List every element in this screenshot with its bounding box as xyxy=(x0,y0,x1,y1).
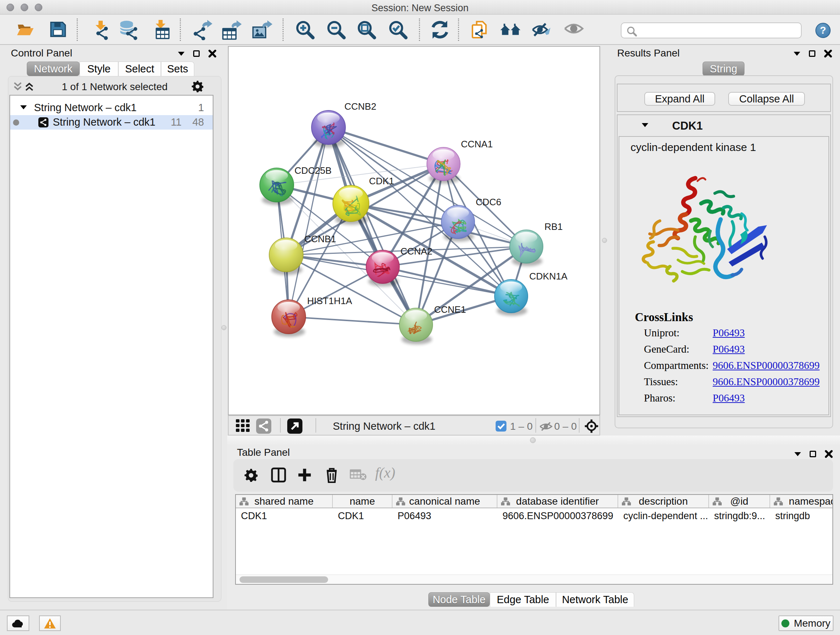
show-columns-icon[interactable] xyxy=(271,467,286,483)
search-input[interactable] xyxy=(621,22,802,38)
network-options-gear-icon[interactable] xyxy=(192,81,203,92)
column-header-namespace[interactable]: namespace xyxy=(770,495,833,508)
results-tab-string[interactable]: String xyxy=(703,62,745,76)
export-image-icon[interactable] xyxy=(252,20,273,40)
node-CCNE1[interactable]: CCNE1 xyxy=(399,304,466,344)
memory-button[interactable]: Memory xyxy=(778,616,834,631)
table-cell[interactable]: P06493 xyxy=(393,509,497,523)
open-in-window-icon[interactable] xyxy=(287,418,302,434)
crosslink-link[interactable]: 9606.ENSP00000378699 xyxy=(713,357,820,374)
network-row-selected[interactable]: String Network – cdk1 11 48 xyxy=(10,115,213,130)
table-cell[interactable]: 9606.ENSP00000378699 xyxy=(497,509,618,523)
gene-header-row[interactable]: CDK1 xyxy=(617,115,830,136)
table-horizontal-scrollbar[interactable] xyxy=(236,575,832,584)
table-cell[interactable]: CDK1 xyxy=(236,509,333,523)
import-table-icon[interactable] xyxy=(151,20,171,40)
collapse-all-button[interactable]: Collapse All xyxy=(728,92,805,106)
add-column-icon[interactable] xyxy=(297,467,312,483)
cloud-button[interactable] xyxy=(7,616,29,631)
help-button[interactable]: ? xyxy=(815,23,831,38)
edge-HIST1H1A-CCNE1[interactable] xyxy=(289,317,416,325)
fit-content-crosshair-icon[interactable] xyxy=(584,418,599,434)
zoom-out-icon[interactable] xyxy=(326,20,347,40)
table-row[interactable]: CDK1CDK1P064939606.ENSP00000378699cyclin… xyxy=(236,509,833,523)
control-panel-menu-icon[interactable] xyxy=(178,52,185,56)
zoom-in-icon[interactable] xyxy=(295,20,316,40)
edge-CCNB2-CCNA1[interactable] xyxy=(328,127,444,164)
results-panel-float-icon[interactable] xyxy=(809,50,815,57)
cloud-icon xyxy=(11,619,25,628)
node-CCNA1[interactable]: CCNA1 xyxy=(427,139,493,184)
table-panel-close-icon[interactable] xyxy=(825,450,833,458)
crosslink-link[interactable]: P06493 xyxy=(713,325,745,341)
import-database-icon[interactable] xyxy=(118,20,140,40)
expand-all-button[interactable]: Expand All xyxy=(644,92,715,106)
results-panel-close-icon[interactable] xyxy=(824,50,832,57)
table-cell[interactable]: cyclin-dependent ... xyxy=(618,509,709,523)
table-panel-float-icon[interactable] xyxy=(810,451,816,457)
open-session-icon[interactable] xyxy=(16,20,35,39)
network-selected-label: 1 of 1 Network selected xyxy=(8,81,221,93)
import-network-icon[interactable] xyxy=(90,20,111,40)
network-collection-row[interactable]: String Network – cdk1 1 xyxy=(10,101,213,115)
scrollbar-thumb[interactable] xyxy=(240,576,328,583)
edge-CDK1-RB1[interactable] xyxy=(351,203,526,247)
zoom-selected-icon[interactable] xyxy=(388,20,409,40)
edge-CCNB2-HIST1H1A[interactable] xyxy=(289,127,328,317)
control-panel-tabs: NetworkStyleSelectSets xyxy=(27,62,194,76)
node-label-CCNB2: CCNB2 xyxy=(344,101,376,112)
crosslink-link[interactable]: P06493 xyxy=(713,341,745,357)
table-options-gear-icon[interactable] xyxy=(245,469,257,482)
warnings-button[interactable] xyxy=(39,616,61,631)
table-cell[interactable]: CDK1 xyxy=(333,509,393,523)
network-view-title: String Network – cdk1 xyxy=(333,420,436,432)
tab-network-table[interactable]: Network Table xyxy=(556,592,634,607)
vertical-splitter-grip-right[interactable] xyxy=(602,238,607,243)
export-network-icon[interactable] xyxy=(192,20,212,40)
tab-network[interactable]: Network xyxy=(27,62,80,76)
node-label-HIST1H1A: HIST1H1A xyxy=(307,295,352,306)
node-RB1[interactable]: RB1 xyxy=(510,221,563,266)
node-HIST1H1A[interactable]: HIST1H1A xyxy=(272,295,352,337)
toolbar-separator xyxy=(77,19,78,41)
selected-checkbox-icon[interactable] xyxy=(496,421,507,432)
control-panel-float-icon[interactable] xyxy=(193,50,200,57)
tab-select[interactable]: Select xyxy=(118,62,161,76)
export-table-icon[interactable] xyxy=(221,20,242,40)
collection-expander-icon[interactable] xyxy=(20,105,27,109)
column-header-@id[interactable]: @id xyxy=(709,495,770,508)
column-header-canonical-name[interactable]: canonical name xyxy=(393,495,497,508)
column-header-description[interactable]: description xyxy=(618,495,709,508)
tab-sets[interactable]: Sets xyxy=(161,62,194,76)
home-layout-icon[interactable] xyxy=(500,20,522,39)
save-session-icon[interactable] xyxy=(49,20,67,39)
gene-expander-icon[interactable] xyxy=(642,123,648,127)
results-panel-menu-icon[interactable] xyxy=(794,52,800,56)
zoom-fit-icon[interactable] xyxy=(357,20,377,40)
delete-column-icon[interactable] xyxy=(325,467,339,483)
crosslink-link[interactable]: P06493 xyxy=(713,390,745,406)
column-header-shared-name[interactable]: shared name xyxy=(236,495,333,508)
clone-network-icon[interactable] xyxy=(470,20,490,40)
control-panel-close-icon[interactable] xyxy=(208,50,216,57)
grid-view-icon[interactable] xyxy=(236,419,250,433)
node-CDC6[interactable]: CDC6 xyxy=(441,196,501,241)
tab-node-table[interactable]: Node Table xyxy=(428,592,490,607)
table-cell[interactable]: stringdb:9... xyxy=(709,509,770,523)
refresh-icon[interactable] xyxy=(430,20,450,40)
crosslink-link[interactable]: 9606.ENSP00000378699 xyxy=(713,374,820,390)
tab-edge-table[interactable]: Edge Table xyxy=(490,592,556,607)
show-eye-icon[interactable] xyxy=(563,20,584,37)
horizontal-splitter-grip[interactable] xyxy=(530,437,536,443)
tab-style[interactable]: Style xyxy=(80,62,118,76)
network-birdseye-icon[interactable] xyxy=(256,418,271,434)
column-header-name[interactable]: name xyxy=(333,495,393,508)
network-canvas[interactable]: CCNB2CCNA1CDC25BCDK1CDC6RB1CCNB1CCNA2CDK… xyxy=(228,46,600,415)
vertical-splitter-grip-left[interactable] xyxy=(221,325,226,330)
hide-selected-icon[interactable] xyxy=(531,20,552,40)
table-cell[interactable]: stringdb xyxy=(770,509,833,523)
table-panel-menu-icon[interactable] xyxy=(794,452,801,456)
node-CDKN1A[interactable]: CDKN1A xyxy=(494,271,568,316)
column-header-database-identifier[interactable]: database identifier xyxy=(497,495,618,508)
node-CDK1[interactable]: CDK1 xyxy=(333,176,394,225)
